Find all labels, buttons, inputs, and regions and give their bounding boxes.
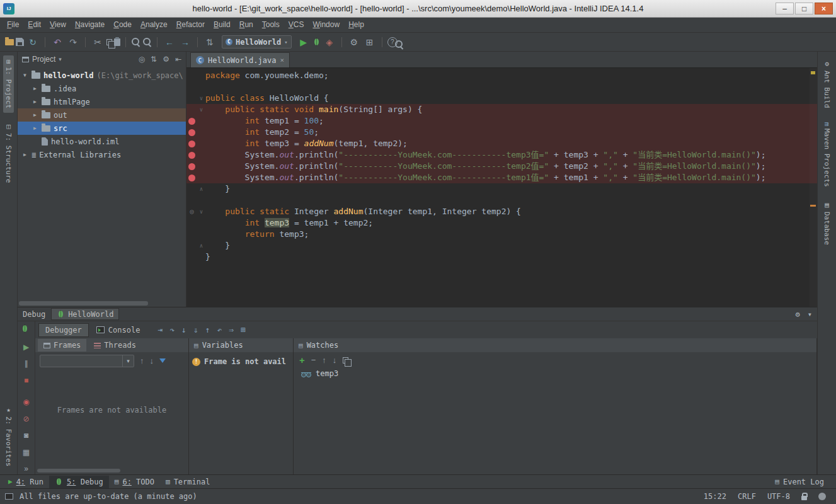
code-line[interactable]: System.out.println("-----------YouMeek.c…	[186, 149, 817, 161]
thread-dump-icon[interactable]: ◙	[21, 430, 32, 442]
debug-icon[interactable]	[312, 38, 321, 46]
breakpoint-icon[interactable]	[186, 129, 197, 136]
drop-frame-icon[interactable]: ↶	[217, 325, 222, 335]
fold-marker-icon[interactable]: ∧	[197, 240, 205, 251]
cut-icon[interactable]: ✂	[91, 35, 105, 49]
code-line[interactable]: ∧ }	[186, 240, 817, 251]
step-over-icon[interactable]: ↷	[169, 325, 175, 335]
error-stripe-mark-icon[interactable]	[811, 71, 815, 74]
toolwindow-button-terminal[interactable]: ▥Terminal	[160, 476, 215, 488]
move-watch-up-icon[interactable]: ↑	[322, 355, 326, 365]
settings-gear-icon[interactable]: ⚙	[796, 310, 800, 319]
project-structure-icon[interactable]: ⊞	[363, 35, 377, 49]
code-line[interactable]: System.out.println("-----------YouMeek.c…	[186, 161, 817, 172]
chevron-icon[interactable]: ▶	[31, 99, 38, 105]
code-line[interactable]: package com.youmeek.demo;	[186, 70, 817, 81]
duplicate-watch-icon[interactable]	[343, 357, 348, 364]
pause-icon[interactable]: ∥	[21, 358, 32, 370]
copy-icon[interactable]	[106, 39, 112, 45]
open-icon[interactable]	[5, 39, 14, 45]
add-watch-icon[interactable]: +	[299, 355, 305, 365]
compare-icon[interactable]: ⇅	[203, 35, 217, 49]
menu-file[interactable]: File	[3, 18, 23, 32]
forward-icon[interactable]: →	[178, 35, 192, 49]
code-line[interactable]: int temp3 = temp1 + temp2;	[186, 217, 817, 229]
chevron-icon[interactable]: ▶	[31, 86, 38, 91]
fold-marker-icon[interactable]: ∨	[197, 206, 205, 217]
chevron-icon[interactable]: ▼	[21, 72, 28, 78]
replace-icon[interactable]	[142, 37, 152, 47]
hide-panel-icon[interactable]: ▾	[808, 310, 812, 319]
undo-icon[interactable]: ↶	[50, 35, 64, 49]
code-line[interactable]	[186, 195, 817, 206]
code-line[interactable]: System.out.println("-----------YouMeek.c…	[186, 172, 817, 183]
menu-navigate[interactable]: Navigate	[71, 18, 109, 32]
editor-scrollbar[interactable]	[810, 68, 817, 307]
tree-item-external-libraries[interactable]: ▶≣External Libraries	[18, 148, 186, 161]
tree-item-out[interactable]: ▶out	[18, 108, 186, 122]
tab-threads[interactable]: Threads	[88, 339, 142, 352]
tool-stripe-ant-build[interactable]: ⚙Ant Build	[822, 55, 832, 113]
restore-layout-icon[interactable]: ▦	[21, 447, 32, 458]
fold-marker-icon[interactable]: ∧	[197, 183, 205, 195]
menu-tools[interactable]: Tools	[258, 18, 284, 32]
toolwindow-button-5-debug[interactable]: 5: Debug	[49, 476, 109, 488]
menu-code[interactable]: Code	[109, 18, 136, 32]
tool-stripe-maven-projects[interactable]: mMaven Projects	[822, 118, 832, 192]
menu-build[interactable]: Build	[209, 18, 235, 32]
chevron-down-icon[interactable]: ▾	[122, 355, 134, 367]
tree-item-htmlpage[interactable]: ▶htmlPage	[18, 95, 186, 108]
show-execution-point-icon[interactable]: ⇥	[157, 325, 163, 335]
tab-frames[interactable]: Frames	[38, 339, 86, 352]
run-to-cursor-icon[interactable]: ⇒	[229, 325, 234, 335]
back-icon[interactable]: ←	[163, 35, 176, 49]
save-all-icon[interactable]	[16, 38, 24, 46]
mute-breakpoints-icon[interactable]: ⊘	[21, 413, 32, 425]
inspections-icon[interactable]	[818, 493, 826, 500]
tab-console[interactable]: Console	[90, 323, 147, 337]
code-line[interactable]: int temp2 = 50;	[186, 127, 817, 138]
tree-item-hello-world[interactable]: ▼hello-world (E:\git_work_space\	[18, 69, 186, 82]
expand-all-icon[interactable]: ⇅	[151, 55, 157, 64]
breakpoint-icon[interactable]	[186, 152, 197, 159]
move-down-icon[interactable]: ↓	[150, 356, 154, 365]
code-line[interactable]: ∧ }	[186, 183, 817, 195]
maximize-button[interactable]: □	[795, 3, 813, 14]
tab-debugger[interactable]: Debugger	[38, 323, 89, 337]
chevron-icon[interactable]: ▶	[31, 112, 38, 118]
toolwindow-button-4-run[interactable]: ▶4: Run	[3, 476, 49, 488]
frames-hscrollbar[interactable]	[37, 469, 120, 472]
tool-stripe-1-project[interactable]: ⊞1: Project	[3, 55, 14, 113]
menu-run[interactable]: Run	[235, 18, 258, 32]
tool-stripe-2-favorites[interactable]: ★2: Favorites	[3, 401, 14, 471]
code-line[interactable]: int temp1 = 100;	[186, 115, 817, 127]
force-step-into-icon[interactable]: ⇓	[193, 325, 198, 335]
breakpoint-icon[interactable]	[186, 118, 197, 125]
run-configuration-select[interactable]: CHelloWorld▾	[222, 35, 292, 49]
editor-tab-helloworld-java[interactable]: C HelloWorld.java ×	[190, 52, 290, 67]
synchronize-icon[interactable]: ↻	[26, 35, 40, 49]
error-stripe-mark-icon[interactable]	[810, 205, 816, 207]
search-everywhere-icon[interactable]	[394, 40, 404, 49]
redo-icon[interactable]: ↷	[66, 35, 80, 49]
code-line[interactable]: ∨public class HelloWorld {	[186, 93, 817, 104]
watch-item[interactable]: temp3	[294, 368, 816, 378]
toolwindow-button-6-todo[interactable]: ▤6: TODO	[109, 476, 160, 488]
breakpoint-icon[interactable]	[186, 163, 197, 170]
lock-icon[interactable]	[801, 496, 807, 500]
settings-icon[interactable]: ⚙	[347, 35, 361, 49]
code-line[interactable]: return temp3;	[186, 229, 817, 240]
menu-view[interactable]: View	[45, 18, 71, 32]
find-icon[interactable]	[131, 37, 140, 47]
chevron-icon[interactable]: ▶	[31, 125, 38, 131]
scrollbar-thumb[interactable]	[19, 301, 148, 306]
code-line[interactable]: }	[186, 251, 817, 263]
settings-gear-icon[interactable]: ⚙	[163, 55, 169, 64]
run-icon[interactable]: ▶	[297, 35, 311, 49]
tree-item-src[interactable]: ▶src	[18, 122, 186, 135]
remove-watch-icon[interactable]: −	[311, 355, 316, 365]
resume-icon[interactable]: ▶	[21, 341, 32, 353]
menu-analyze[interactable]: Analyze	[136, 18, 172, 32]
fold-marker-icon[interactable]: ∨	[197, 93, 205, 104]
step-out-icon[interactable]: ↑	[205, 325, 210, 335]
